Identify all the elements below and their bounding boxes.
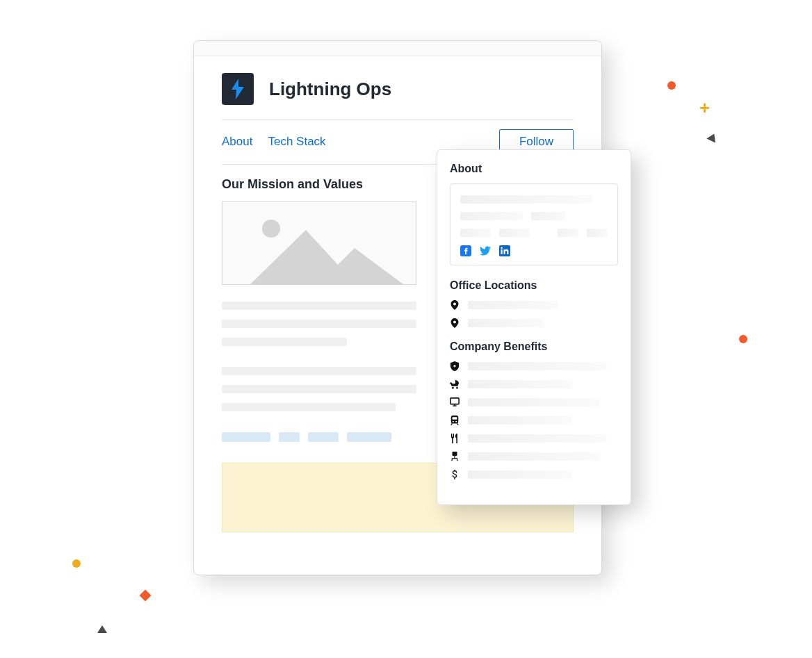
lightning-icon: [229, 79, 246, 99]
facebook-icon[interactable]: [460, 245, 471, 256]
svg-rect-11: [453, 417, 457, 420]
benefit-row: [450, 434, 618, 443]
text-skeleton: [222, 302, 416, 310]
benefit-row: [450, 416, 618, 425]
text-skeleton: [468, 470, 572, 479]
decorative-plus-icon: +: [699, 97, 710, 119]
about-info-box: [450, 183, 618, 265]
text-skeleton: [468, 362, 607, 370]
map-pin-icon: [450, 318, 460, 328]
text-skeleton: [531, 212, 566, 220]
text-skeleton: [460, 195, 592, 204]
social-icons: [460, 245, 608, 256]
dollar-icon: [450, 470, 460, 479]
svg-point-6: [456, 387, 458, 389]
svg-rect-9: [454, 404, 455, 406]
location-row: [450, 318, 618, 328]
text-skeleton: [222, 385, 416, 393]
decorative-triangle: [706, 132, 718, 143]
text-skeleton: [222, 403, 396, 411]
twitter-icon[interactable]: [480, 245, 491, 256]
food-icon: [450, 434, 460, 443]
svg-point-0: [262, 220, 280, 238]
benefit-row: [450, 470, 618, 479]
about-sidebar-card: About Office Locations Company Benefits: [437, 149, 631, 505]
decorative-dot: [72, 559, 81, 568]
map-pin-icon: [450, 300, 460, 310]
transit-icon: [450, 416, 460, 425]
decorative-dot: [739, 335, 747, 343]
benefit-row: [450, 361, 618, 371]
decorative-diamond: [140, 590, 152, 602]
text-skeleton: [468, 319, 544, 327]
svg-point-12: [453, 421, 454, 422]
text-skeleton: [499, 229, 530, 237]
text-skeleton: [468, 301, 558, 309]
text-skeleton: [222, 338, 347, 346]
benefit-row: [450, 397, 618, 407]
chip: [222, 432, 270, 442]
health-shield-icon: [450, 361, 460, 371]
text-skeleton: [468, 398, 600, 406]
text-skeleton: [460, 229, 491, 237]
computer-icon: [450, 397, 460, 407]
text-skeleton: [468, 434, 607, 443]
chip: [279, 432, 300, 442]
svg-point-13: [455, 421, 457, 422]
company-benefits-title: Company Benefits: [450, 340, 618, 353]
svg-rect-15: [454, 456, 455, 459]
svg-rect-7: [450, 398, 459, 404]
benefit-row: [450, 452, 618, 461]
benefit-row: [450, 379, 618, 389]
tab-tech-stack[interactable]: Tech Stack: [268, 135, 325, 149]
company-name: Lightning Ops: [269, 79, 391, 100]
company-header: Lightning Ops: [222, 73, 574, 120]
text-skeleton: [222, 367, 416, 375]
chip: [308, 432, 339, 442]
text-skeleton: [460, 212, 523, 220]
chair-icon: [450, 452, 460, 461]
window-chrome: [194, 41, 601, 56]
text-skeleton: [468, 380, 572, 388]
linkedin-icon[interactable]: [499, 245, 510, 256]
text-skeleton: [468, 416, 572, 425]
svg-point-4: [501, 247, 503, 249]
mission-image-placeholder: [222, 201, 416, 285]
location-row: [450, 300, 618, 310]
sidebar-about-title: About: [450, 163, 618, 175]
svg-rect-14: [453, 452, 457, 456]
chip: [347, 432, 391, 442]
svg-point-5: [452, 387, 454, 389]
text-skeleton: [587, 229, 608, 237]
decorative-dot: [667, 81, 676, 90]
stroller-icon: [450, 379, 460, 389]
tab-about[interactable]: About: [222, 135, 252, 149]
text-skeleton: [222, 320, 416, 328]
svg-rect-3: [501, 249, 503, 254]
text-skeleton: [558, 229, 578, 237]
office-locations-title: Office Locations: [450, 279, 618, 292]
svg-rect-16: [452, 458, 458, 459]
company-logo: [222, 73, 254, 105]
decorative-triangle: [97, 625, 107, 633]
text-skeleton: [468, 452, 600, 461]
